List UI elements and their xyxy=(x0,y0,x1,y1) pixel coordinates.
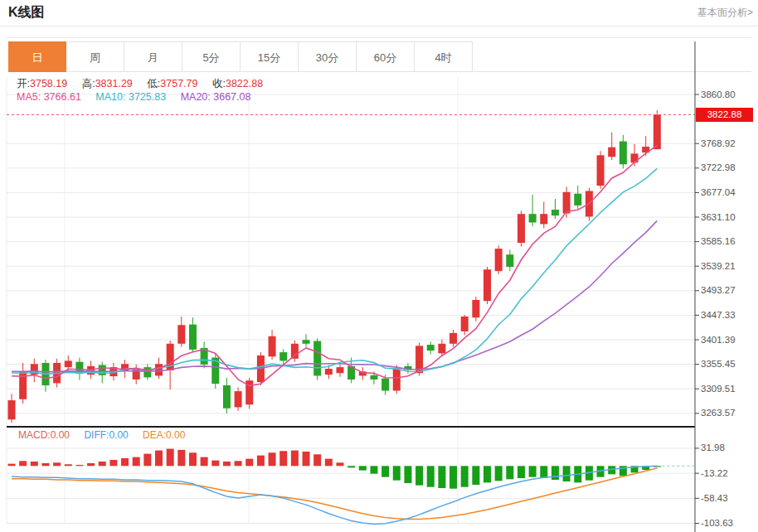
ma20-value: 3667.08 xyxy=(213,91,250,103)
current-price-badge: 3822.88 xyxy=(696,108,753,122)
ma10-value: 3725.83 xyxy=(129,91,166,103)
low-value: 3757.79 xyxy=(160,78,197,89)
ma-readout: MA5: 3766.61 MA10: 3725.83 MA20: 3667.08 xyxy=(17,91,262,103)
high-value: 3831.29 xyxy=(95,78,133,89)
open-value: 3758.19 xyxy=(30,78,67,89)
close-label: 收: xyxy=(212,78,226,89)
close-value: 3822.88 xyxy=(226,78,263,89)
macd-value: 0.00 xyxy=(51,429,70,441)
diff-label: DIFF: xyxy=(84,429,109,441)
ma5-label: MA5: xyxy=(17,91,41,103)
macd-label: MACD: xyxy=(18,429,51,441)
macd-readout: MACD:0.00 DIFF:0.00 DEA:0.00 xyxy=(18,429,197,441)
ma20-label: MA20: xyxy=(181,91,211,103)
high-label: 高: xyxy=(82,78,95,89)
open-label: 开: xyxy=(17,78,30,89)
diff-value: 0.00 xyxy=(109,429,128,441)
ma5-value: 3766.61 xyxy=(44,91,81,103)
ohlc-readout: 开:3758.19 高:3831.29 低:3757.79 收:3822.88 xyxy=(17,77,275,91)
low-label: 低: xyxy=(147,78,160,89)
dea-value: 0.00 xyxy=(166,429,185,441)
dea-label: DEA: xyxy=(143,429,166,441)
ma10-label: MA10: xyxy=(95,91,125,103)
